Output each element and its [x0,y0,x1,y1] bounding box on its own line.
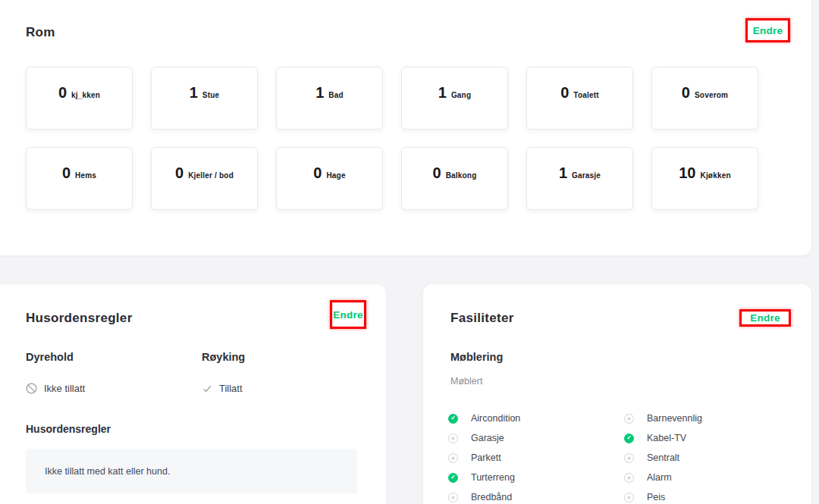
smoking-value: Tillatt [219,383,243,394]
facility-status-icon [624,473,634,483]
facility-status-icon [448,453,458,463]
room-count: 0 [62,164,71,182]
facility-status-icon [624,493,634,502]
smoking-value-row: Tillatt [202,383,243,394]
pets-value-row: Ikke tillatt [26,383,85,394]
room-label: Garasje [572,171,601,180]
annotation-box-facilities-endre: Endre [739,309,791,327]
room-card: 0 Soverom [651,67,758,130]
room-label: Stue [202,91,219,99]
facility-label: Alarm [647,472,672,483]
facilities-section-title: Fasiliteter [450,311,514,326]
facility-label: Aircondition [471,413,520,424]
facility-item: Parkett [448,448,624,468]
room-count: 1 [559,164,567,182]
room-count: 10 [679,164,695,182]
room-label: Toalett [573,91,598,99]
room-card: 1 Garasje [526,147,633,210]
prohibited-icon [26,383,37,394]
room-label: Soverom [695,91,728,99]
rooms-section: Rom Endre 0 kj_kken 1 Stue 1 Bad 1 Gang [0,0,811,255]
rules-text-heading: Husordensregler [26,423,111,435]
house-rules-section: Husordensregler Endre Dyrehold Ikke till… [0,284,386,504]
edit-facilities-button[interactable]: Endre [750,312,780,324]
room-label: Bad [328,91,344,99]
facility-label: Peis [647,492,665,502]
facility-status-icon [624,453,634,463]
facility-item: Aircondition [448,409,624,428]
room-count: 1 [315,84,324,102]
room-count: 0 [433,164,441,182]
pets-heading: Dyrehold [26,351,74,363]
facilities-section: Fasiliteter Endre Møblering Møblert Airc… [423,284,811,504]
facility-item: Garasje [448,428,624,448]
rules-text: Ikke tillatt med katt eller hund. [45,466,170,477]
facility-label: Sentralt [647,452,679,463]
rules-text-box: Ikke tillatt med katt eller hund. [26,449,357,493]
room-count: 0 [560,84,569,102]
room-count: 1 [438,84,447,102]
rooms-grid: 0 kj_kken 1 Stue 1 Bad 1 Gang 0 Toalett [26,67,758,210]
room-label: Kjøkken [700,171,730,180]
room-card: 0 Toalett [526,67,633,130]
room-card: 1 Bad [276,67,383,130]
smoking-heading: Røyking [202,351,245,363]
facility-status-icon [448,493,458,502]
edit-house-rules-button[interactable]: Endre [333,309,362,321]
room-count: 0 [682,84,690,102]
room-count: 0 [58,84,67,102]
furnishing-value: Møblert [450,376,482,387]
facility-item: Bredbånd [448,487,624,504]
room-card: 10 Kjøkken [651,147,758,210]
facility-label: Parkett [471,452,501,463]
facility-item: Alarm [624,468,800,487]
facility-status-icon [448,434,458,443]
room-label: Hage [326,171,345,180]
facility-label: Turterreng [471,472,515,483]
room-count: 0 [313,164,322,182]
annotation-box-rooms-endre: Endre [745,18,790,42]
furnishing-heading: Møblering [450,351,503,363]
rooms-section-title: Rom [26,25,55,40]
room-card: 0 Hems [26,147,133,210]
annotation-box-house-rules-endre: Endre [330,300,366,329]
facility-status-icon [624,414,634,424]
room-label: Balkong [446,171,477,180]
room-card: 1 Gang [401,67,508,130]
room-label: Hems [75,171,96,180]
facility-item: Kabel-TV [624,428,800,448]
house-rules-section-title: Husordensregler [26,311,133,326]
facility-status-icon [624,434,634,443]
facility-label: Garasje [471,433,504,443]
room-count: 0 [175,164,184,182]
facility-label: Barnevennlig [647,413,702,424]
room-card: 0 Hage [276,147,383,210]
facility-item: Sentralt [624,448,800,468]
facility-item: Peis [624,487,800,504]
room-label: kj_kken [71,91,100,99]
facility-label: Kabel-TV [647,433,686,443]
room-card: 0 Kjeller / bod [151,147,258,210]
facility-item: Barnevennlig [624,409,800,428]
edit-rooms-button[interactable]: Endre [753,25,783,36]
facilities-list: Aircondition Garasje Parkett Turterreng … [448,409,800,504]
facility-item: Turterreng [448,468,624,487]
property-details-page: { "accent": { "green": "#00c878", "annot… [0,0,819,504]
room-card: 0 Balkong [401,147,508,210]
pets-value: Ikke tillatt [44,383,85,394]
facility-status-icon [448,414,458,424]
room-card: 1 Stue [151,67,258,130]
facility-status-icon [448,473,458,483]
room-label: Gang [451,91,471,99]
facility-label: Bredbånd [471,492,512,502]
room-card: 0 kj_kken [26,67,133,130]
room-count: 1 [190,84,198,102]
check-icon [202,383,212,394]
room-label: Kjeller / bod [188,171,234,180]
